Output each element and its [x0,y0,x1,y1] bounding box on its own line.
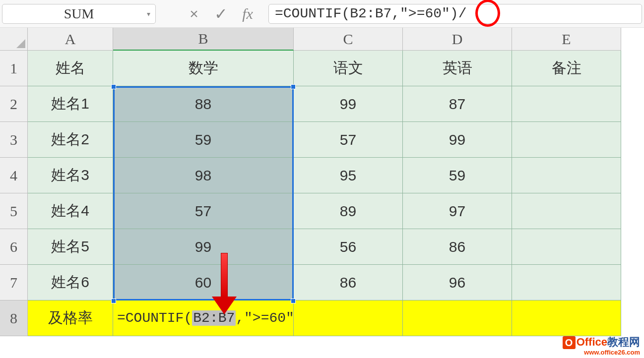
confirm-icon[interactable]: ✓ [212,5,229,22]
row-header-1[interactable]: 1 [0,51,28,86]
cell-C7[interactable]: 86 [294,265,403,300]
cell-E7[interactable] [512,265,621,300]
cell-B1[interactable]: 数学 [113,51,294,86]
cell-E6[interactable] [512,229,621,265]
cell-A6[interactable]: 姓名5 [28,229,113,265]
name-box[interactable]: SUM ▾ [2,4,156,24]
cell-A4[interactable]: 姓名3 [28,158,113,193]
cell-E3[interactable] [512,122,621,158]
watermark-brand-1: Office [577,336,607,348]
cell-C4[interactable]: 95 [294,158,403,193]
formula-bar-actions: × ✓ fx [186,5,256,22]
name-box-value: SUM [64,6,94,22]
formula-prefix: =COUNTIF( [117,310,192,326]
fx-icon[interactable]: fx [239,5,256,22]
cell-D2[interactable]: 87 [403,86,512,122]
cell-A5[interactable]: 姓名4 [28,193,113,229]
row-header-5[interactable]: 5 [0,193,28,229]
cell-D6[interactable]: 86 [403,229,512,265]
col-header-B[interactable]: B [113,28,294,51]
spreadsheet-grid[interactable]: A B C D E 1 姓名 数学 语文 英语 备注 2 姓名1 88 99 8… [0,28,644,336]
cell-D7[interactable]: 96 [403,265,512,300]
cell-A8[interactable]: 及格率 [28,300,113,336]
cell-D1[interactable]: 英语 [403,51,512,86]
cell-A1[interactable]: 姓名 [28,51,113,86]
cancel-icon[interactable]: × [186,5,202,22]
cell-B4[interactable]: 98 [113,158,294,193]
cell-C6[interactable]: 56 [294,229,403,265]
select-all-cell[interactable] [0,28,28,51]
row-header-3[interactable]: 3 [0,122,28,158]
col-header-C[interactable]: C [294,28,403,51]
cell-D5[interactable]: 97 [403,193,512,229]
cell-B8[interactable]: =COUNTIF(B2:B7,">=60")/ [113,300,294,336]
formula-range: B2:B7 [192,310,236,326]
col-header-E[interactable]: E [512,28,621,51]
cell-E5[interactable] [512,193,621,229]
cell-B6[interactable]: 99 [113,229,294,265]
watermark: OOffice教程网 www.office26.com [563,336,640,356]
col-header-D[interactable]: D [403,28,512,51]
watermark-url: www.office26.com [563,349,640,356]
cell-E4[interactable] [512,158,621,193]
cell-D8[interactable] [403,300,512,336]
cell-B3[interactable]: 59 [113,122,294,158]
cell-E2[interactable] [512,86,621,122]
formula-input[interactable]: =COUNTIF(B2:B7,">=60")/ [268,4,642,24]
cell-C3[interactable]: 57 [294,122,403,158]
cell-C5[interactable]: 89 [294,193,403,229]
col-header-A[interactable]: A [28,28,113,51]
row-header-8[interactable]: 8 [0,300,28,336]
cell-A7[interactable]: 姓名6 [28,265,113,300]
cell-B2[interactable]: 88 [113,86,294,122]
row-header-4[interactable]: 4 [0,158,28,193]
cell-D4[interactable]: 59 [403,158,512,193]
cell-A2[interactable]: 姓名1 [28,86,113,122]
cell-B7[interactable]: 60 [113,265,294,300]
cell-D3[interactable]: 99 [403,122,512,158]
formula-input-text: =COUNTIF(B2:B7,">=60")/ [275,6,466,21]
watermark-logo-icon: O [563,336,576,349]
chevron-down-icon[interactable]: ▾ [147,9,150,18]
cell-B5[interactable]: 57 [113,193,294,229]
cell-C1[interactable]: 语文 [294,51,403,86]
cell-C2[interactable]: 99 [294,86,403,122]
row-header-2[interactable]: 2 [0,86,28,122]
cell-E8[interactable] [512,300,621,336]
cell-C8[interactable] [294,300,403,336]
row-header-6[interactable]: 6 [0,229,28,265]
cell-E1[interactable]: 备注 [512,51,621,86]
formula-bar-row: SUM ▾ × ✓ fx =COUNTIF(B2:B7,">=60")/ [0,0,644,28]
watermark-brand-2: 教程网 [607,336,640,348]
row-header-7[interactable]: 7 [0,265,28,300]
cell-A3[interactable]: 姓名2 [28,122,113,158]
